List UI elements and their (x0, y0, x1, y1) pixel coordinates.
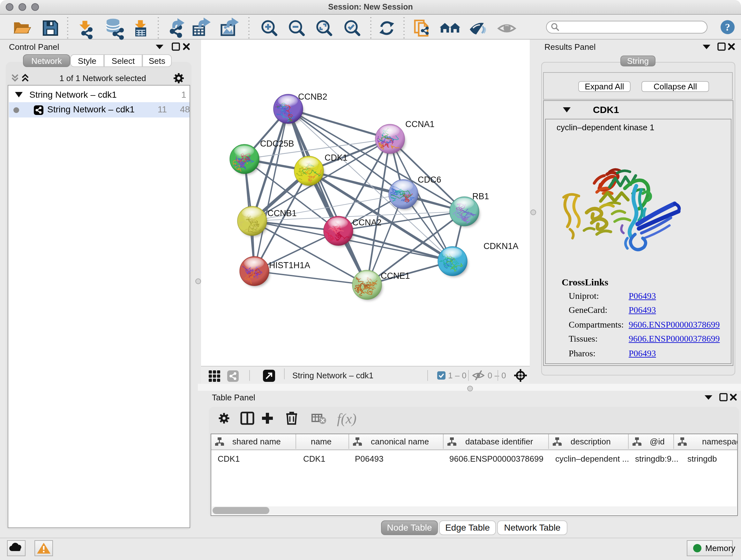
svg-text:RB1: RB1 (472, 192, 489, 201)
svg-text:CCNB2: CCNB2 (298, 92, 327, 102)
svg-text:0 – 0: 0 – 0 (488, 371, 506, 380)
svg-text:?: ? (725, 21, 730, 33)
svg-text:HIST1H1A: HIST1H1A (269, 260, 310, 270)
svg-text:CDC25B: CDC25B (260, 139, 294, 148)
svg-text:CCNB1: CCNB1 (267, 208, 297, 218)
svg-text:f(x): f(x) (337, 411, 356, 427)
svg-text:1 of 1 Network selected: 1 of 1 Network selected (59, 73, 146, 83)
svg-text:CDK1: CDK1 (325, 153, 347, 163)
svg-text:CCNA2: CCNA2 (352, 218, 382, 227)
svg-text:CDC6: CDC6 (418, 175, 441, 185)
svg-text:String Network – cdk1: String Network – cdk1 (292, 371, 374, 380)
svg-text:CCNA1: CCNA1 (405, 119, 434, 129)
svg-text:CCNE1: CCNE1 (381, 271, 410, 281)
svg-text:CDKN1A: CDKN1A (483, 241, 519, 251)
svg-text:1 – 0: 1 – 0 (448, 371, 467, 380)
